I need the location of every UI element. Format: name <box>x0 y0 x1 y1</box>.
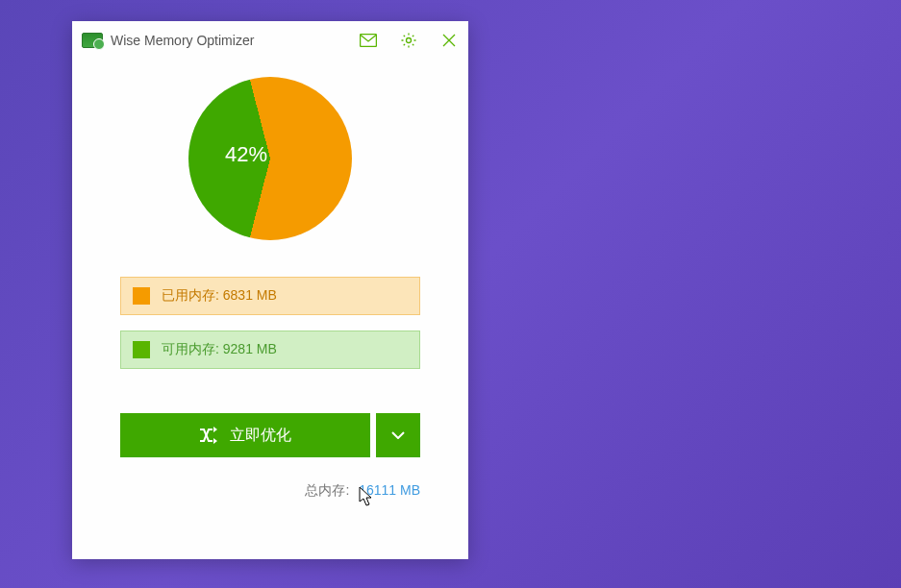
free-swatch-icon <box>133 341 150 358</box>
gear-icon <box>400 32 417 49</box>
close-icon <box>442 34 456 47</box>
shuffle-icon <box>199 427 220 444</box>
settings-button[interactable] <box>395 27 422 54</box>
titlebar-actions <box>355 27 463 54</box>
titlebar: Wise Memory Optimizer <box>72 21 468 60</box>
memory-chart-area: 42% <box>72 60 468 250</box>
app-title: Wise Memory Optimizer <box>111 33 355 48</box>
memory-stats: 已用内存: 6831 MB 可用内存: 9281 MB <box>72 250 468 369</box>
free-memory-row: 可用内存: 9281 MB <box>120 331 420 369</box>
app-window: Wise Memory Optimizer <box>72 21 468 559</box>
memory-percentage-label: 42% <box>225 142 267 167</box>
chevron-down-icon <box>391 431 405 439</box>
used-memory-row: 已用内存: 6831 MB <box>120 277 420 315</box>
total-memory-value: 16111 MB <box>359 482 420 498</box>
footer: 总内存: 16111 MB <box>72 457 468 500</box>
svg-point-1 <box>407 38 412 43</box>
used-memory-label: 已用内存: 6831 MB <box>162 287 277 305</box>
free-memory-label: 可用内存: 9281 MB <box>162 341 277 358</box>
optimize-dropdown-button[interactable] <box>376 413 420 457</box>
mail-icon <box>360 34 377 47</box>
memory-pie-chart: 42% <box>188 77 352 240</box>
close-button[interactable] <box>436 27 463 54</box>
app-icon <box>82 33 103 48</box>
optimize-button-label: 立即优化 <box>230 426 291 446</box>
action-row: 立即优化 <box>72 384 468 457</box>
used-swatch-icon <box>133 287 150 305</box>
feedback-button[interactable] <box>355 27 382 54</box>
optimize-button[interactable]: 立即优化 <box>120 413 370 457</box>
total-memory-label: 总内存: <box>305 482 349 498</box>
